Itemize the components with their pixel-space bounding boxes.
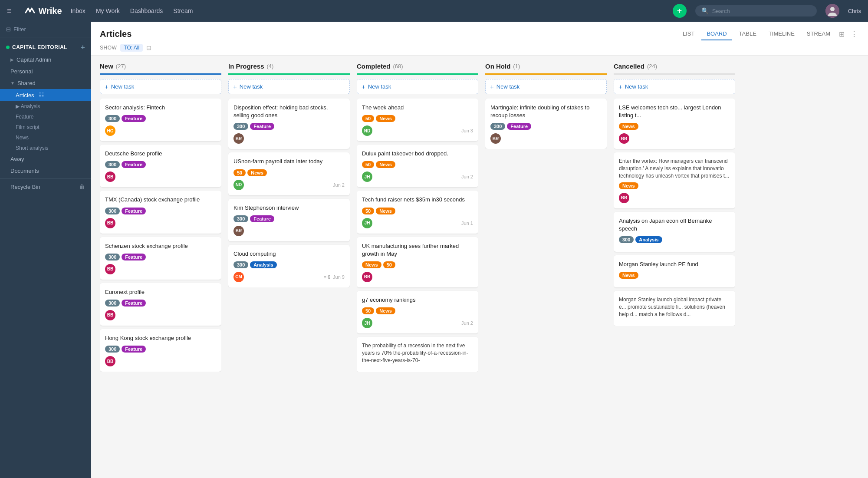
column-title-onhold: On Hold xyxy=(485,63,510,70)
tag: 300 xyxy=(105,254,120,260)
card-avatar: BB xyxy=(619,193,629,203)
tab-stream[interactable]: STREAM xyxy=(802,28,835,40)
card-title: Dulux paint takeover bod dropped. xyxy=(362,150,473,158)
hamburger-menu[interactable]: ≡ xyxy=(7,7,12,16)
card-avatar: JH xyxy=(362,318,372,328)
card-title: The probability of a recession in the ne… xyxy=(362,342,473,364)
task-card[interactable]: Cloud computing 300Analysis CM≡ 6Jun 9 xyxy=(228,245,350,287)
tag: 300 xyxy=(105,300,120,307)
task-card[interactable]: Euronext profile 300Feature BB xyxy=(100,283,221,326)
search-bar: 🔍 xyxy=(695,5,817,16)
task-card[interactable]: Analysis on Japan econ off Bernanke spee… xyxy=(614,212,735,252)
task-card[interactable]: Kim Stephenson interview 300Feature BR xyxy=(228,199,350,241)
card-title: Morgan Stanley launch global impact priv… xyxy=(619,296,730,318)
more-options-icon[interactable]: ⋮ xyxy=(849,28,859,40)
sidebar-sub-filmscript[interactable]: Film script xyxy=(0,122,91,132)
tab-timeline[interactable]: TIMELINE xyxy=(763,28,800,40)
avatar[interactable] xyxy=(825,4,839,18)
column-title-new: New xyxy=(100,63,113,70)
cards-list-inprogress: Disposition effect: holding bad stocks, … xyxy=(228,99,350,287)
task-card[interactable]: Disposition effect: holding bad stocks, … xyxy=(228,99,350,149)
card-title: Morgan Stanley launch PE fund xyxy=(619,260,730,268)
sidebar-sub-feature[interactable]: Feature xyxy=(0,112,91,122)
new-task-button-onhold[interactable]: +New task xyxy=(485,79,607,94)
nav-mywork[interactable]: My Work xyxy=(96,7,120,14)
card-footer: JHJun 1 xyxy=(362,218,473,228)
card-tags: News50 xyxy=(362,261,473,268)
sidebar-sub-analysis[interactable]: ▶ Analysis xyxy=(0,101,91,112)
sidebar-group-header[interactable]: CAPITAL EDITORIAL + xyxy=(0,41,91,54)
sidebar-item-articles[interactable]: Articles ☷ xyxy=(0,89,91,101)
card-tags: 300Feature xyxy=(105,346,216,353)
sidebar-sub-shortanalysis[interactable]: Short analysis xyxy=(0,143,91,153)
sidebar-item-away[interactable]: Away xyxy=(0,153,91,165)
sidebar-filter[interactable]: ⊟ Filter xyxy=(0,22,91,37)
tab-board[interactable]: BOARD xyxy=(701,28,732,40)
card-date: Jun 2 xyxy=(461,320,473,326)
grid-view-icon[interactable]: ⊞ xyxy=(837,28,846,40)
card-title: Euronext profile xyxy=(105,288,216,296)
task-card[interactable]: The week ahead 50News NDJun 3 xyxy=(357,99,478,141)
card-footer: BB xyxy=(105,356,216,366)
new-task-button-completed[interactable]: +New task xyxy=(357,79,478,94)
task-card[interactable]: Morgan Stanley launch PE fund News xyxy=(614,255,735,287)
to-all-badge[interactable]: TO: All xyxy=(120,44,143,52)
tag: 300 xyxy=(490,123,505,130)
task-card[interactable]: LSE welcomes tech sto... largest London … xyxy=(614,99,735,149)
sidebar-item-documents[interactable]: Documents xyxy=(0,165,91,177)
column-header-onhold: On Hold (1) xyxy=(485,63,607,75)
task-card[interactable]: Morgan Stanley launch global impact priv… xyxy=(614,291,735,326)
task-card[interactable]: Deutsche Borse profile 300Feature BB xyxy=(100,145,221,187)
view-tabs: LIST BOARD TABLE TIMELINE STREAM ⊞ ⋮ xyxy=(677,28,859,40)
card-tags: 300Feature xyxy=(105,208,216,214)
column-count-cancelled: (24) xyxy=(647,63,657,69)
task-card[interactable]: Enter the vortex: How managers can trans… xyxy=(614,152,735,208)
task-card[interactable]: USnon-farm payroll data later today 50Ne… xyxy=(228,152,350,195)
sidebar: ⊟ Filter CAPITAL EDITORIAL + ▶ Capital A… xyxy=(0,22,91,478)
card-avatar: HG xyxy=(105,125,115,136)
add-button[interactable]: + xyxy=(673,4,687,18)
tag: News xyxy=(376,115,395,122)
task-card[interactable]: The probability of a recession in the ne… xyxy=(357,337,478,372)
app-logo: Wrike xyxy=(22,4,62,18)
user-name[interactable]: Chris xyxy=(848,8,861,14)
card-footer: JHJun 2 xyxy=(362,171,473,182)
task-card[interactable]: Martingale: infinite doubling of stakes … xyxy=(485,99,607,149)
nav-inbox[interactable]: Inbox xyxy=(71,7,85,14)
tab-list[interactable]: LIST xyxy=(677,28,700,40)
card-avatar: BB xyxy=(105,264,115,274)
new-task-label: New task xyxy=(625,83,648,90)
task-card[interactable]: Dulux paint takeover bod dropped. 50News… xyxy=(357,145,478,187)
plus-icon: + xyxy=(362,83,365,90)
new-task-button-cancelled[interactable]: +New task xyxy=(614,79,735,94)
sidebar-item-personal[interactable]: Personal xyxy=(0,66,91,77)
task-card[interactable]: Hong Kong stock exchange profile 300Feat… xyxy=(100,329,221,372)
task-card[interactable]: Schenzen stock exchange profile 300Featu… xyxy=(100,237,221,280)
sidebar-item-capital-admin[interactable]: ▶ Capital Admin xyxy=(0,54,91,66)
task-card[interactable]: TMX (Canada) stock exchange profile 300F… xyxy=(100,191,221,233)
card-title: Schenzen stock exchange profile xyxy=(105,242,216,250)
nav-dashboards[interactable]: Dashboards xyxy=(130,7,163,14)
card-avatar: BB xyxy=(105,171,115,182)
new-task-button-new[interactable]: +New task xyxy=(100,79,221,94)
task-card[interactable]: UK manufacturing sees further marked gro… xyxy=(357,237,478,287)
sidebar-recycle-bin[interactable]: Recycle Bin 🗑 xyxy=(0,181,91,193)
sidebar-sub-news[interactable]: News xyxy=(0,132,91,143)
new-task-button-inprogress[interactable]: +New task xyxy=(228,79,350,94)
page-header: Articles LIST BOARD TABLE TIMELINE STREA… xyxy=(91,22,868,56)
task-card[interactable]: Sector analysis: Fintech 300Feature HG xyxy=(100,99,221,141)
card-footer: BB xyxy=(105,264,216,274)
tag: Feature xyxy=(122,254,146,260)
app-body: ⊟ Filter CAPITAL EDITORIAL + ▶ Capital A… xyxy=(0,0,868,478)
card-date: Jun 2 xyxy=(333,182,345,188)
filter-icon[interactable]: ⊟ xyxy=(146,44,151,51)
task-card[interactable]: g7 economy rankings 50News JHJun 2 xyxy=(357,291,478,333)
sidebar-item-shared[interactable]: ▼ Shared xyxy=(0,77,91,89)
column-completed: Completed (68) +New task The week ahead … xyxy=(357,63,478,372)
card-footer: BB xyxy=(105,310,216,320)
search-input[interactable] xyxy=(712,8,799,14)
task-card[interactable]: Tech fund raiser nets $35m in30 seconds … xyxy=(357,191,478,233)
tag: Feature xyxy=(250,215,274,222)
nav-stream[interactable]: Stream xyxy=(173,7,193,14)
tab-table[interactable]: TABLE xyxy=(734,28,762,40)
